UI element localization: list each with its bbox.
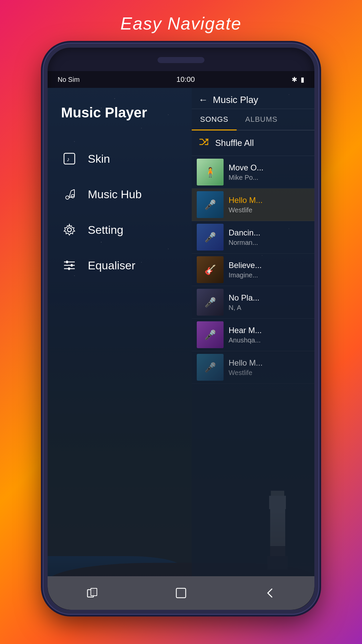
song-info-6: Hear M... Anushqa...	[229, 326, 309, 344]
panel-title: Music Play	[213, 95, 258, 105]
song-artist-7: Westlife	[229, 369, 309, 377]
shuffle-icon	[198, 137, 209, 150]
svg-point-2	[66, 196, 69, 199]
song-thumb-6: 🎤	[197, 321, 224, 348]
svg-text:♪: ♪	[67, 156, 70, 163]
song-info-4: Believe... Imagine...	[229, 261, 309, 279]
recent-apps-button[interactable]	[82, 583, 102, 603]
song-thumb-4: 🎸	[197, 256, 224, 283]
back-button[interactable]: ←	[198, 95, 208, 105]
back-nav-button[interactable]	[260, 583, 280, 603]
svg-rect-12	[66, 261, 68, 263]
song-thumb-7: 🎤	[197, 354, 224, 381]
carrier-text: No Sim	[58, 76, 80, 84]
svg-line-7	[71, 190, 74, 191]
page-title: Easy Navigate	[120, 0, 241, 44]
phone-frame: No Sim 10:00 ✱ ▮	[44, 44, 318, 614]
song-title-5: No Pla...	[229, 293, 309, 303]
menu-item-music-hub[interactable]: Music Hub	[48, 176, 192, 212]
song-artist-2: Westlife	[229, 206, 309, 214]
tab-songs[interactable]: SONGS	[192, 109, 237, 130]
right-panel: ← Music Play SONGS ALBUMS	[192, 88, 314, 610]
gear-icon	[61, 221, 78, 238]
song-item-1[interactable]: 🧍 Move O... Mike Po...	[192, 156, 314, 189]
song-thumb-1: 🧍	[197, 159, 224, 185]
song-item-5[interactable]: 🎤 No Pla... N, A	[192, 286, 314, 319]
song-info-1: Move O... Mike Po...	[229, 163, 309, 181]
song-item-3[interactable]: 🎤 Dancin... Norman...	[192, 221, 314, 254]
menu-item-setting[interactable]: Setting	[48, 212, 192, 248]
song-info-7: Hello M... Westlife	[229, 358, 309, 377]
song-thumb-2: 🎤	[197, 191, 224, 218]
drawer: Music Player ♪ Skin	[48, 88, 192, 610]
song-item-4[interactable]: 🎸 Believe... Imagine...	[192, 254, 314, 286]
song-title-1: Move O...	[229, 163, 309, 172]
bottom-nav	[48, 576, 314, 610]
song-info-3: Dancin... Norman...	[229, 228, 309, 247]
shuffle-label: Shuffle All	[215, 138, 254, 148]
tab-albums[interactable]: ALBUMS	[237, 109, 286, 130]
song-item-6[interactable]: 🎤 Hear M... Anushqa...	[192, 319, 314, 351]
shuffle-row[interactable]: Shuffle All	[192, 130, 314, 156]
song-artist-3: Norman...	[229, 239, 309, 247]
equaliser-icon	[61, 257, 78, 274]
song-item-2[interactable]: 🎤 Hello M... Westlife	[192, 189, 314, 221]
song-info-5: No Pla... N, A	[229, 293, 309, 312]
status-time: 10:00	[176, 75, 195, 84]
song-title-3: Dancin...	[229, 228, 309, 237]
songs-list: 🧍 Move O... Mike Po... 🎤 Hello	[192, 156, 314, 610]
song-thumb-3: 🎤	[197, 224, 224, 251]
song-item-7[interactable]: 🎤 Hello M... Westlife	[192, 351, 314, 384]
status-bar: No Sim 10:00 ✱ ▮	[48, 71, 314, 88]
skin-label: Skin	[88, 152, 110, 165]
screen-content: Music Player ♪ Skin	[48, 88, 314, 610]
song-title-7: Hello M...	[229, 358, 309, 368]
svg-rect-18	[176, 588, 186, 598]
song-info-2: Hello M... Westlife	[229, 196, 309, 214]
song-thumb-5: 🎤	[197, 289, 224, 316]
menu-item-skin[interactable]: ♪ Skin	[48, 141, 192, 176]
skin-icon: ♪	[61, 150, 78, 167]
tabs-row: SONGS ALBUMS	[192, 109, 314, 130]
bluetooth-icon: ✱	[292, 75, 297, 84]
song-artist-6: Anushqa...	[229, 336, 309, 344]
battery-icon: ▮	[301, 75, 304, 84]
menu-item-equaliser[interactable]: Equaliser	[48, 248, 192, 283]
svg-rect-14	[68, 267, 70, 270]
song-title-2: Hello M...	[229, 196, 309, 205]
song-title-6: Hear M...	[229, 326, 309, 335]
home-button[interactable]	[171, 583, 191, 603]
music-hub-icon	[61, 186, 78, 203]
speaker-grille	[158, 57, 204, 63]
panel-header: ← Music Play	[192, 88, 314, 109]
song-artist-5: N, A	[229, 304, 309, 312]
svg-rect-13	[71, 264, 73, 267]
drawer-title: Music Player	[48, 98, 192, 127]
svg-point-8	[67, 228, 71, 232]
svg-rect-16	[91, 588, 97, 596]
song-artist-1: Mike Po...	[229, 174, 309, 181]
song-title-4: Believe...	[229, 261, 309, 270]
equaliser-label: Equaliser	[88, 259, 135, 272]
setting-label: Setting	[88, 223, 123, 236]
music-hub-label: Music Hub	[88, 188, 142, 201]
phone-screen: No Sim 10:00 ✱ ▮	[48, 71, 314, 610]
song-artist-4: Imagine...	[229, 271, 309, 279]
